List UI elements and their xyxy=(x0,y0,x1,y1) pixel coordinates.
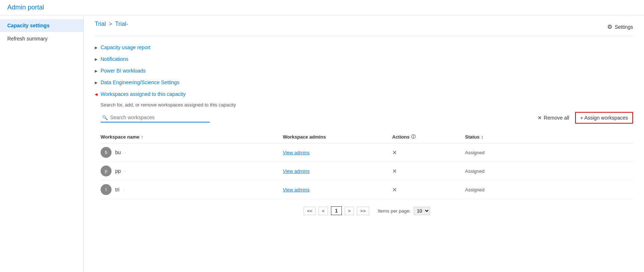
view-admins-link[interactable]: View admins xyxy=(283,168,309,174)
pagination: << < 1 > >> Items per page: 10 20 50 xyxy=(101,206,633,215)
col-workspace-name: Workspace name ↑ xyxy=(101,134,283,140)
status-badge: Assigned xyxy=(465,150,484,155)
assign-workspaces-label: + Assign workspaces xyxy=(580,115,628,121)
section-label: Workspaces assigned to this capacity xyxy=(101,91,186,97)
workspace-name: bu xyxy=(115,149,121,155)
actions-cell: ✕ xyxy=(392,186,465,193)
content-wrapper: Trial > Trial- ⚙ Settings ▶ Capacity usa… xyxy=(95,21,633,215)
avatar: t xyxy=(101,184,112,195)
table-row: p pp · View admins ✕ Assigned xyxy=(101,162,633,180)
status-cell: Assigned xyxy=(465,149,538,155)
last-page-button[interactable]: >> xyxy=(357,207,369,215)
workspace-name: tri xyxy=(115,187,120,193)
admins-cell: View admins xyxy=(283,187,392,193)
sidebar: Capacity settings Refresh summary xyxy=(0,15,84,272)
workspace-dot: · xyxy=(125,149,126,155)
breadcrumb-parent[interactable]: Trial xyxy=(95,21,106,27)
status-badge: Assigned xyxy=(465,168,484,174)
breadcrumb-separator: > xyxy=(109,21,112,27)
search-row: 🔍 ✕ Remove all + Assign workspaces xyxy=(101,112,633,124)
table-header: Workspace name ↑ Workspace admins Action… xyxy=(101,131,633,143)
col-status: Status ↕ xyxy=(465,134,538,140)
breadcrumb: Trial > Trial- xyxy=(95,21,128,27)
chevron-right-icon: ▶ xyxy=(95,57,98,61)
search-box: 🔍 xyxy=(101,113,210,123)
current-page: 1 xyxy=(331,206,342,215)
workspace-dot: · xyxy=(123,187,125,193)
search-icon: 🔍 xyxy=(102,115,108,120)
workspaces-description: Search for, add, or remove workspaces as… xyxy=(101,102,633,108)
chevron-down-icon: ◀ xyxy=(95,92,98,96)
col-workspace-admins: Workspace admins xyxy=(283,134,392,140)
chevron-right-icon: ▶ xyxy=(95,69,98,73)
search-input[interactable] xyxy=(110,114,208,120)
workspaces-section: Search for, add, or remove workspaces as… xyxy=(95,102,633,215)
view-admins-link[interactable]: View admins xyxy=(283,187,309,193)
next-page-button[interactable]: > xyxy=(345,207,354,215)
status-badge: Assigned xyxy=(465,187,484,193)
top-bar: Admin portal xyxy=(0,0,644,15)
workspace-name-cell: b bu · xyxy=(101,147,283,158)
settings-label: Settings xyxy=(614,24,633,30)
workspace-name-cell: p pp · xyxy=(101,166,283,176)
sort-icon[interactable]: ↕ xyxy=(481,134,484,140)
items-per-page-select[interactable]: 10 20 50 xyxy=(414,207,430,215)
section-workspaces-assigned[interactable]: ◀ Workspaces assigned to this capacity xyxy=(95,88,633,100)
section-capacity-usage-report[interactable]: ▶ Capacity usage report xyxy=(95,42,633,53)
assign-workspaces-button[interactable]: + Assign workspaces xyxy=(575,112,633,124)
col-actions: Actions ⓘ xyxy=(392,134,465,140)
settings-link[interactable]: ⚙ Settings xyxy=(607,23,633,30)
items-per-page-label: Items per page: xyxy=(378,208,411,214)
remove-all-button[interactable]: ✕ Remove all xyxy=(538,115,569,121)
chevron-right-icon: ▶ xyxy=(95,46,98,50)
sort-icon[interactable]: ↑ xyxy=(141,134,144,140)
first-page-button[interactable]: << xyxy=(304,207,316,215)
sidebar-item-refresh-summary[interactable]: Refresh summary xyxy=(0,32,83,45)
divider xyxy=(95,36,633,36)
workspace-dot: · xyxy=(125,168,126,174)
avatar: p xyxy=(101,166,112,176)
action-buttons: ✕ Remove all + Assign workspaces xyxy=(538,112,633,124)
app-title: Admin portal xyxy=(7,4,637,11)
info-icon: ⓘ xyxy=(411,134,415,140)
admins-cell: View admins xyxy=(283,149,392,155)
workspace-name-cell: t tri · xyxy=(101,184,283,195)
remove-workspace-icon[interactable]: ✕ xyxy=(392,187,397,193)
section-label: Data Engineering/Science Settings xyxy=(101,79,179,85)
gear-icon: ⚙ xyxy=(607,23,612,30)
workspaces-table: Workspace name ↑ Workspace admins Action… xyxy=(101,131,633,215)
prev-page-button[interactable]: < xyxy=(319,207,328,215)
avatar: b xyxy=(101,147,112,158)
section-label: Power BI workloads xyxy=(101,68,146,74)
view-admins-link[interactable]: View admins xyxy=(283,150,309,155)
admins-cell: View admins xyxy=(283,168,392,174)
section-label: Notifications xyxy=(101,56,128,62)
chevron-right-icon: ▶ xyxy=(95,81,98,85)
breadcrumb-current[interactable]: Trial- xyxy=(115,21,128,27)
content-area: Trial > Trial- ⚙ Settings ▶ Capacity usa… xyxy=(84,15,644,272)
workspace-name: pp xyxy=(115,168,121,174)
actions-cell: ✕ xyxy=(392,168,465,175)
close-icon: ✕ xyxy=(538,115,542,121)
section-notifications[interactable]: ▶ Notifications xyxy=(95,53,633,65)
table-row: b bu · View admins ✕ Assigned xyxy=(101,143,633,162)
remove-all-label: Remove all xyxy=(544,115,569,121)
section-label: Capacity usage report xyxy=(101,44,151,50)
table-row: t tri · View admins ✕ Assigned xyxy=(101,180,633,199)
section-power-bi-workloads[interactable]: ▶ Power BI workloads xyxy=(95,65,633,77)
status-cell: Assigned xyxy=(465,168,538,174)
actions-cell: ✕ xyxy=(392,149,465,156)
main-layout: Capacity settings Refresh summary Trial … xyxy=(0,15,644,272)
status-cell: Assigned xyxy=(465,187,538,193)
remove-workspace-icon[interactable]: ✕ xyxy=(392,168,397,174)
sidebar-item-capacity-settings[interactable]: Capacity settings xyxy=(0,19,83,32)
section-data-engineering[interactable]: ▶ Data Engineering/Science Settings xyxy=(95,77,633,88)
remove-workspace-icon[interactable]: ✕ xyxy=(392,149,397,156)
